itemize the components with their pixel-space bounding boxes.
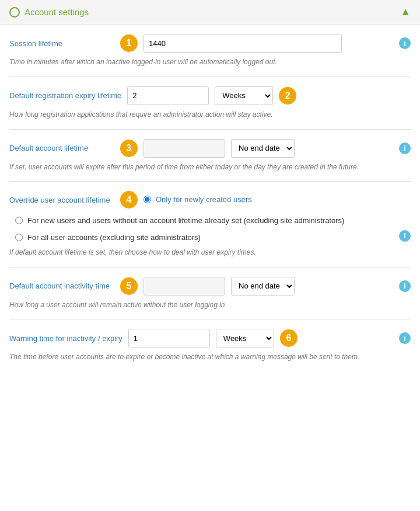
session-field-row: Session lifetime 1 i	[9, 34, 411, 53]
settings-content: Session lifetime 1 i Time in minutes aft…	[0, 25, 420, 371]
radio-newly-created-label: Only for newly created users	[156, 194, 252, 205]
inactivity-content: Default account inactivity time 5 No end…	[9, 277, 399, 296]
session-field-content: Session lifetime 1	[9, 34, 399, 53]
session-lifetime-section: Session lifetime 1 i Time in minutes aft…	[9, 25, 411, 77]
header-left: Account settings	[9, 7, 89, 18]
inactivity-info-icon[interactable]: i	[399, 280, 411, 292]
radio-group: For new users and users without an accou…	[15, 215, 399, 242]
session-badge: 1	[120, 34, 138, 52]
account-lifetime-select[interactable]: No end date Days Weeks Months Years	[231, 139, 295, 158]
warning-label: Warning time for inactivity / expiry	[9, 334, 123, 343]
inactivity-input[interactable]	[144, 277, 225, 296]
session-help-text: Time in minutes after which an inactive …	[9, 57, 411, 67]
warning-badge: 6	[280, 329, 298, 347]
account-lifetime-content: Default account lifetime 3 No end date D…	[9, 139, 399, 158]
inactivity-badge: 5	[120, 277, 138, 295]
override-row: Override user account lifetime 4 Only fo…	[9, 191, 411, 242]
warning-section: Warning time for inactivity / expiry Day…	[9, 319, 411, 371]
session-input[interactable]	[144, 34, 342, 53]
session-info-icon[interactable]: i	[399, 37, 411, 49]
account-lifetime-section: Default account lifetime 3 No end date D…	[9, 130, 411, 182]
radio-all-users[interactable]	[15, 234, 23, 241]
inactivity-help-text: How long a user account will remain acti…	[9, 300, 411, 310]
inactivity-section: Default account inactivity time 5 No end…	[9, 267, 411, 320]
warning-select[interactable]: Days Weeks Months Years	[216, 329, 274, 347]
inactivity-row: Default account inactivity time 5 No end…	[9, 277, 411, 296]
registration-badge: 2	[279, 87, 296, 105]
collapse-icon[interactable]: ▲	[400, 6, 411, 18]
warning-help-text: The time before user accounts are to exp…	[9, 352, 411, 362]
registration-label: Default registration expiry lifetime	[9, 91, 121, 100]
page-header: Account settings ▲	[0, 0, 420, 25]
radio-newly-created[interactable]	[144, 196, 151, 203]
registration-input[interactable]	[127, 86, 209, 105]
radio-option-3: For all user accounts (excluding site ad…	[15, 232, 399, 243]
account-lifetime-info-icon[interactable]: i	[399, 142, 411, 154]
inactivity-select[interactable]: No end date Days Weeks Months Years	[231, 277, 295, 296]
registration-field-row: Default registration expiry lifetime Day…	[9, 86, 411, 105]
registration-select[interactable]: Days Weeks Months Years	[215, 86, 273, 105]
registration-help-text: How long registration applications that …	[9, 110, 411, 120]
account-lifetime-help-text: If set, user accounts will expire after …	[9, 162, 411, 172]
override-badge: 4	[120, 191, 138, 208]
page-title: Account settings	[24, 7, 89, 17]
override-help-text: If default account lifetime is set, then…	[9, 248, 411, 258]
account-lifetime-input[interactable]	[144, 139, 225, 158]
override-header-row: Override user account lifetime 4 Only fo…	[9, 191, 399, 208]
override-section: Override user account lifetime 4 Only fo…	[9, 182, 411, 267]
account-lifetime-row: Default account lifetime 3 No end date D…	[9, 139, 411, 158]
warning-info-icon[interactable]: i	[399, 332, 411, 344]
circle-icon	[9, 7, 20, 18]
session-label: Session lifetime	[9, 39, 114, 48]
override-main: Override user account lifetime 4 Only fo…	[9, 191, 399, 242]
account-lifetime-label: Default account lifetime	[9, 144, 114, 152]
radio-option-1: Only for newly created users	[144, 194, 252, 205]
override-info-icon[interactable]: i	[399, 230, 411, 242]
account-lifetime-badge: 3	[120, 140, 138, 157]
warning-input[interactable]	[128, 329, 210, 347]
inactivity-label: Default account inactivity time	[9, 281, 114, 290]
registration-section: Default registration expiry lifetime Day…	[9, 77, 411, 130]
warning-row: Warning time for inactivity / expiry Day…	[9, 329, 411, 347]
radio-new-users-without[interactable]	[15, 217, 23, 224]
warning-content: Warning time for inactivity / expiry Day…	[9, 329, 399, 347]
radio-new-users-without-label: For new users and users without an accou…	[27, 215, 344, 226]
override-label: Override user account lifetime	[9, 196, 114, 204]
radio-all-users-label: For all user accounts (excluding site ad…	[27, 232, 201, 243]
radio-option-2: For new users and users without an accou…	[15, 215, 399, 226]
